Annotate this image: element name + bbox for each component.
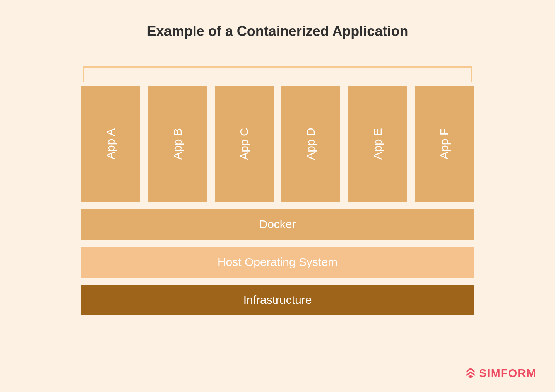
app-label: App E <box>371 128 384 160</box>
brand-name: SIMFORM <box>479 366 536 380</box>
app-block: App C <box>215 86 274 202</box>
app-block: App A <box>81 86 140 202</box>
app-label: App A <box>104 128 117 159</box>
app-block: App D <box>281 86 340 202</box>
brand-logo: SIMFORM <box>465 366 536 380</box>
apps-bracket <box>83 66 472 82</box>
diagram-container: Example of a Containerized Application A… <box>0 0 555 315</box>
diagram-title: Example of a Containerized Application <box>81 23 474 39</box>
app-label: App D <box>304 128 317 160</box>
apps-row: App A App B App C App D App E App F <box>81 86 474 202</box>
app-label: App C <box>238 128 251 160</box>
host-os-label: Host Operating System <box>218 256 337 269</box>
brand-icon <box>465 367 476 379</box>
app-label: App F <box>438 128 451 159</box>
app-block: App E <box>348 86 407 202</box>
app-label: App B <box>171 128 184 160</box>
infrastructure-layer: Infrastructure <box>81 285 474 315</box>
host-os-layer: Host Operating System <box>81 247 474 278</box>
docker-layer: Docker <box>81 209 474 240</box>
app-block: App F <box>415 86 474 202</box>
docker-label: Docker <box>259 218 296 231</box>
app-block: App B <box>148 86 207 202</box>
infrastructure-label: Infrastructure <box>243 293 312 307</box>
